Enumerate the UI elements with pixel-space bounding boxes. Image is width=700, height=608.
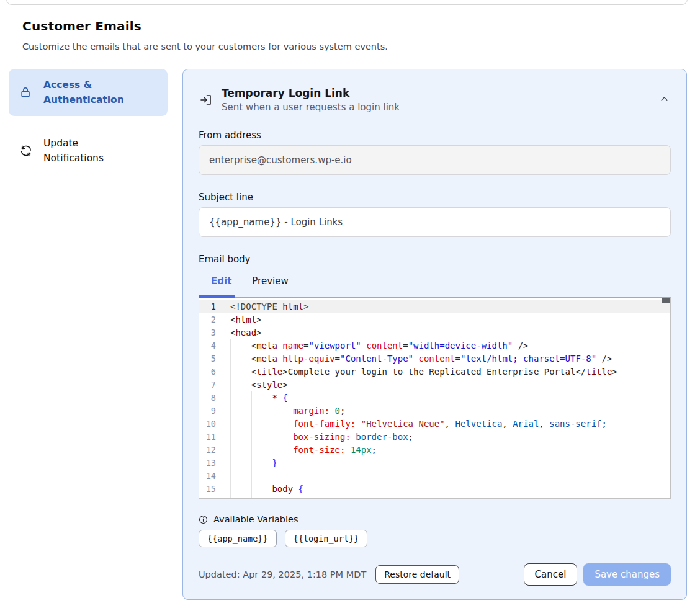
chevron-up-icon[interactable] xyxy=(657,92,671,105)
code-line[interactable]: 13 } xyxy=(199,457,670,470)
page-subtitle: Customize the emails that are sent to yo… xyxy=(22,42,678,51)
code-line[interactable]: 3<head> xyxy=(199,326,670,339)
code-line[interactable]: 8 * { xyxy=(199,391,670,405)
available-variables-row: Available Variables xyxy=(199,514,671,524)
sidebar-item-access-authentication[interactable]: Access & Authentication xyxy=(9,69,168,116)
code-line[interactable]: 12 font-size: 14px; xyxy=(199,444,670,457)
email-body-tabs: Edit Preview xyxy=(199,275,671,287)
card-header: Temporary Login Link Sent when a user re… xyxy=(199,87,671,113)
card-subtitle: Sent when a user requests a login link xyxy=(222,102,657,113)
code-line[interactable]: 1<!DOCTYPE html> xyxy=(199,300,670,313)
login-icon xyxy=(199,92,213,107)
code-line[interactable]: 14 xyxy=(199,470,670,483)
editor-scrollbar-thumb[interactable] xyxy=(662,298,670,303)
sidebar-item-label: Access & Authentication xyxy=(43,78,137,107)
active-tab-indicator xyxy=(199,295,235,298)
page-title: Customer Emails xyxy=(22,19,678,34)
email-body-label: Email body xyxy=(199,254,671,265)
subject-line-input[interactable] xyxy=(199,207,671,237)
code-editor-lines: 1<!DOCTYPE html>2<html>3<head>4 <meta na… xyxy=(199,300,670,499)
from-address-input[interactable] xyxy=(199,145,671,175)
code-line[interactable]: 2<html> xyxy=(199,313,670,326)
variable-chip-login-url[interactable]: {{login_url}} xyxy=(285,530,368,547)
refresh-icon xyxy=(19,143,34,158)
tab-edit[interactable]: Edit xyxy=(211,275,231,287)
code-line[interactable]: 16 background-color: #f6f6f6; xyxy=(199,496,670,499)
tab-preview[interactable]: Preview xyxy=(252,275,288,287)
previous-card-bottom-edge xyxy=(6,0,688,5)
card-footer: Updated: Apr 29, 2025, 1:18 PM MDT Resto… xyxy=(199,563,671,586)
code-line[interactable]: 5 <meta http-equiv="Content-Type" conten… xyxy=(199,352,670,365)
code-line[interactable]: 7 <style> xyxy=(199,378,670,391)
code-line[interactable]: 10 font-family: "Helvetica Neue", Helvet… xyxy=(199,418,670,431)
info-icon xyxy=(199,515,208,524)
available-variables-label: Available Variables xyxy=(213,514,298,524)
save-changes-button[interactable]: Save changes xyxy=(583,563,671,586)
lock-icon xyxy=(19,85,34,100)
card-title: Temporary Login Link xyxy=(222,87,657,99)
sidebar-item-label: Update Notifications xyxy=(43,136,137,166)
temporary-login-link-card: Temporary Login Link Sent when a user re… xyxy=(182,69,687,600)
code-line[interactable]: 11 box-sizing: border-box; xyxy=(199,431,670,444)
code-line[interactable]: 6 <title>Complete your login to the Repl… xyxy=(199,365,670,378)
updated-timestamp: Updated: Apr 29, 2025, 1:18 PM MDT xyxy=(199,570,366,579)
restore-default-button[interactable]: Restore default xyxy=(375,565,459,584)
code-line[interactable]: 15 body { xyxy=(199,483,670,496)
email-types-sidebar: Access & Authentication Update Notificat… xyxy=(9,69,168,174)
from-address-label: From address xyxy=(199,130,671,141)
code-line[interactable]: 4 <meta name="viewport" content="width=d… xyxy=(199,339,670,352)
code-line[interactable]: 9 margin: 0; xyxy=(199,405,670,418)
code-editor[interactable]: 1<!DOCTYPE html>2<html>3<head>4 <meta na… xyxy=(199,297,671,499)
page-header: Customer Emails Customize the emails tha… xyxy=(0,0,700,51)
subject-line-label: Subject line xyxy=(199,192,671,203)
variable-chip-app-name[interactable]: {{app_name}} xyxy=(199,530,277,547)
sidebar-item-update-notifications[interactable]: Update Notifications xyxy=(9,127,168,174)
cancel-button[interactable]: Cancel xyxy=(524,563,578,586)
